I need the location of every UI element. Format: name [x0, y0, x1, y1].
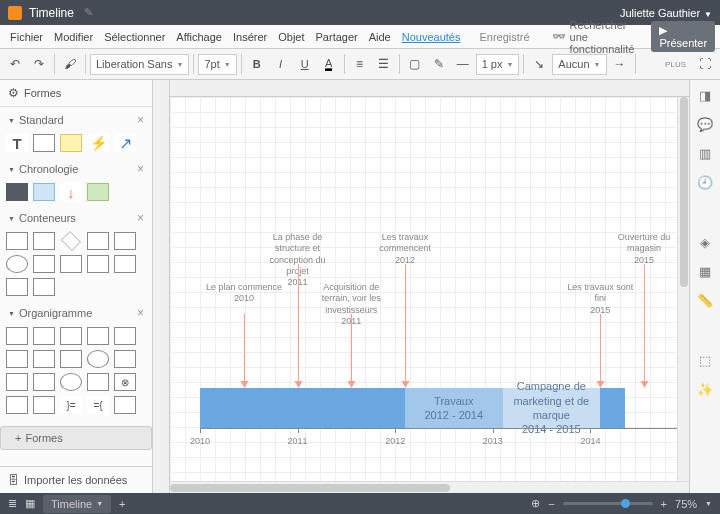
- shape-o1[interactable]: [6, 327, 28, 345]
- font-select[interactable]: Liberation Sans▼: [90, 54, 189, 75]
- close-icon[interactable]: ×: [137, 113, 144, 127]
- target-icon[interactable]: ⊕: [531, 497, 540, 510]
- shape-c3[interactable]: [61, 231, 81, 251]
- gear-icon[interactable]: ⚙: [8, 86, 19, 100]
- zoom-out-icon[interactable]: −: [548, 498, 554, 510]
- line-width-select[interactable]: 1 px▼: [476, 54, 520, 75]
- shape-o5[interactable]: [114, 327, 136, 345]
- menu-inserer[interactable]: Insérer: [233, 31, 267, 43]
- paint-format-icon[interactable]: 🖌: [59, 53, 81, 75]
- arrow-start-icon[interactable]: ↘: [528, 53, 550, 75]
- magic-icon[interactable]: ✨: [696, 380, 714, 398]
- menu-fichier[interactable]: Fichier: [10, 31, 43, 43]
- nav-icon[interactable]: ◨: [696, 86, 714, 104]
- menu-nouveautes[interactable]: Nouveautés: [402, 31, 461, 43]
- search-feature[interactable]: 👓Rechercher une fonctionnalité: [552, 19, 635, 55]
- shape-c8[interactable]: [60, 255, 82, 273]
- present-button[interactable]: ▶ Présenter: [651, 21, 715, 52]
- align2-icon[interactable]: ☰: [373, 53, 395, 75]
- user-menu[interactable]: Juliette Gauthier▼: [620, 7, 712, 19]
- list-view-icon[interactable]: ≣: [8, 497, 17, 510]
- bold-icon[interactable]: B: [246, 53, 268, 75]
- shape-c7[interactable]: [33, 255, 55, 273]
- text-color-icon[interactable]: A: [318, 53, 340, 75]
- zoom-slider[interactable]: [563, 502, 653, 505]
- border-color-icon[interactable]: ✎: [428, 53, 450, 75]
- shape-c9[interactable]: [87, 255, 109, 273]
- shape-note[interactable]: [60, 134, 82, 152]
- shape-arrow[interactable]: ↗: [114, 134, 136, 152]
- shape-o12[interactable]: [33, 373, 55, 391]
- shape-o18[interactable]: }=: [60, 396, 82, 414]
- zoom-level[interactable]: 75%: [675, 498, 697, 510]
- menu-objet[interactable]: Objet: [278, 31, 304, 43]
- italic-icon[interactable]: I: [270, 53, 292, 75]
- shape-o20[interactable]: [114, 396, 136, 414]
- align-icon[interactable]: ≡: [349, 53, 371, 75]
- shape-c1[interactable]: [6, 232, 28, 250]
- shape-o10[interactable]: [114, 350, 136, 368]
- cat-conteneurs[interactable]: ▼Conteneurs×: [0, 205, 152, 228]
- shape-c6[interactable]: [6, 255, 28, 273]
- history-icon[interactable]: 🕘: [696, 173, 714, 191]
- shape-c10[interactable]: [114, 255, 136, 273]
- font-size-select[interactable]: 7pt▼: [198, 54, 236, 75]
- shape-c4[interactable]: [87, 232, 109, 250]
- comment-icon[interactable]: 💬: [696, 115, 714, 133]
- shape-o16[interactable]: [6, 396, 28, 414]
- shape-o13[interactable]: [60, 373, 82, 391]
- fill-select[interactable]: Aucun▼: [552, 54, 606, 75]
- fill-icon[interactable]: ▢: [404, 53, 426, 75]
- shape-tl-dark[interactable]: [6, 183, 28, 201]
- menu-modifier[interactable]: Modifier: [54, 31, 93, 43]
- cond-icon[interactable]: ⬚: [696, 351, 714, 369]
- undo-icon[interactable]: ↶: [4, 53, 26, 75]
- shape-text[interactable]: T: [6, 134, 28, 152]
- ruler-icon[interactable]: 📏: [696, 291, 714, 309]
- edit-title-icon[interactable]: ✎: [84, 6, 93, 19]
- shape-o8[interactable]: [60, 350, 82, 368]
- redo-icon[interactable]: ↷: [28, 53, 50, 75]
- page-tab[interactable]: Timeline ▼: [43, 495, 111, 513]
- fullscreen-icon[interactable]: ⛶: [694, 53, 716, 75]
- menu-partager[interactable]: Partager: [316, 31, 358, 43]
- add-shapes-button[interactable]: + Formes: [0, 426, 152, 450]
- underline-icon[interactable]: U: [294, 53, 316, 75]
- present2-icon[interactable]: ▥: [696, 144, 714, 162]
- shape-o14[interactable]: [87, 373, 109, 391]
- shape-tl-arrow[interactable]: ↓: [60, 183, 82, 201]
- layers-icon[interactable]: ◈: [696, 233, 714, 251]
- cat-standard[interactable]: ▼Standard×: [0, 107, 152, 130]
- horizontal-scrollbar[interactable]: [170, 481, 689, 493]
- shape-o9[interactable]: [87, 350, 109, 368]
- toolbar-plus[interactable]: PLUS: [665, 60, 686, 69]
- line-style-icon[interactable]: —: [452, 53, 474, 75]
- data-icon[interactable]: ▦: [696, 262, 714, 280]
- shape-o17[interactable]: [33, 396, 55, 414]
- shape-rect[interactable]: [33, 134, 55, 152]
- shape-o15[interactable]: ⊗: [114, 373, 136, 391]
- shape-o2[interactable]: [33, 327, 55, 345]
- shape-c12[interactable]: [33, 278, 55, 296]
- vertical-scrollbar[interactable]: [677, 97, 689, 481]
- shape-o4[interactable]: [87, 327, 109, 345]
- shape-o11[interactable]: [6, 373, 28, 391]
- shape-o6[interactable]: [6, 350, 28, 368]
- shape-o7[interactable]: [33, 350, 55, 368]
- shape-tl-blue[interactable]: [33, 183, 55, 201]
- shape-tl-green[interactable]: [87, 183, 109, 201]
- cat-organigramme[interactable]: ▼Organigramme×: [0, 300, 152, 323]
- shape-c2[interactable]: [33, 232, 55, 250]
- import-data-button[interactable]: 🗄Importer les données: [0, 466, 152, 493]
- shape-o3[interactable]: [60, 327, 82, 345]
- arrow-end-icon[interactable]: →: [609, 53, 631, 75]
- zoom-in-icon[interactable]: +: [661, 498, 667, 510]
- shape-bolt[interactable]: ⚡: [87, 134, 109, 152]
- cat-chronologie[interactable]: ▼Chronologie×: [0, 156, 152, 179]
- menu-aide[interactable]: Aide: [369, 31, 391, 43]
- canvas[interactable]: Travaux2012 - 2014Campagne de marketing …: [170, 97, 689, 493]
- add-page-icon[interactable]: +: [119, 498, 125, 510]
- menu-affichage[interactable]: Affichage: [176, 31, 222, 43]
- grid-view-icon[interactable]: ▦: [25, 497, 35, 510]
- shape-c11[interactable]: [6, 278, 28, 296]
